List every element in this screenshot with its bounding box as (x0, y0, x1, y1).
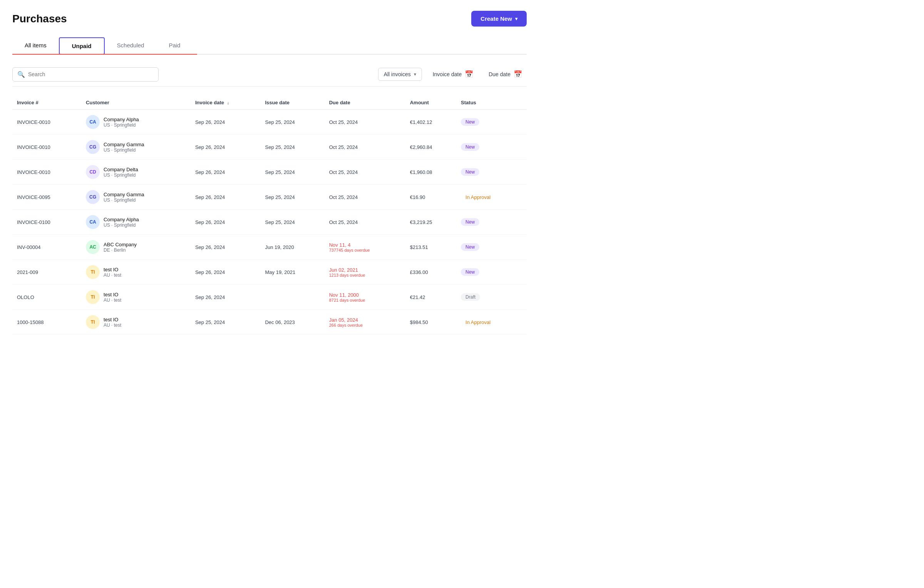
cell-issue-date: Jun 19, 2020 (260, 235, 324, 260)
cell-status: New (456, 135, 527, 160)
cell-issue-date: May 19, 2021 (260, 260, 324, 285)
customer-sub: US · Springfield (104, 222, 139, 228)
customer-name: test IO (104, 267, 121, 272)
cell-invoice-num: INVOICE-0010 (12, 160, 81, 185)
status-badge: New (461, 168, 479, 176)
cell-amount: €21.42 (405, 285, 456, 310)
customer-name: Company Gamma (104, 142, 144, 147)
tab-scheduled[interactable]: Scheduled (105, 37, 157, 54)
due-date-overdue: Jun 02, 2021 (329, 267, 401, 273)
tab-underline (12, 54, 197, 55)
status-badge: New (461, 218, 479, 226)
customer-name: test IO (104, 317, 121, 322)
table-row[interactable]: 2021-009 TI test IO AU · test Sep 26, 20… (12, 260, 527, 285)
calendar-icon: 📅 (514, 70, 522, 79)
customer-sub: AU · test (104, 297, 121, 303)
table-row[interactable]: INVOICE-0100 CA Company Alpha US · Sprin… (12, 210, 527, 235)
table-row[interactable]: INV-00004 AC ABC Company DE · Berlin Sep… (12, 235, 527, 260)
customer-name: Company Alpha (104, 117, 139, 122)
col-issue-date: Issue date (260, 96, 324, 110)
create-new-button[interactable]: Create New ▾ (471, 11, 527, 27)
cell-invoice-date: Sep 26, 2024 (191, 285, 261, 310)
cell-status: New (456, 160, 527, 185)
status-badge: New (461, 268, 479, 276)
cell-customer: CA Company Alpha US · Springfield (81, 110, 191, 135)
cell-status: Draft (456, 285, 527, 310)
cell-invoice-date: Sep 26, 2024 (191, 210, 261, 235)
col-invoice-date[interactable]: Invoice date ↓ (191, 96, 261, 110)
tab-unpaid[interactable]: Unpaid (59, 37, 105, 55)
cell-due-date: Nov 11, 2000 8721 days overdue (325, 285, 405, 310)
cell-due-date: Nov 11, 4 737745 days overdue (325, 235, 405, 260)
status-badge: New (461, 243, 479, 251)
cell-invoice-date: Sep 26, 2024 (191, 260, 261, 285)
search-icon: 🔍 (17, 71, 25, 78)
table-row[interactable]: INVOICE-0095 CG Company Gamma US · Sprin… (12, 185, 527, 210)
customer-sub: US · Springfield (104, 197, 144, 203)
cell-invoice-date: Sep 26, 2024 (191, 110, 261, 135)
cell-customer: CD Company Delta US · Springfield (81, 160, 191, 185)
calendar-icon: 📅 (465, 70, 473, 79)
cell-amount: €1,960.08 (405, 160, 456, 185)
status-badge: In Approval (461, 318, 495, 326)
cell-amount: €1,402.12 (405, 110, 456, 135)
overdue-label: 1213 days overdue (329, 273, 401, 277)
invoices-table: Invoice # Customer Invoice date ↓ Issue … (12, 96, 527, 335)
table-row[interactable]: 1000-15088 TI test IO AU · test Sep 25, … (12, 310, 527, 335)
tab-paid[interactable]: Paid (156, 37, 192, 54)
cell-issue-date (260, 285, 324, 310)
cell-amount: $984.50 (405, 310, 456, 335)
cell-issue-date: Dec 06, 2023 (260, 310, 324, 335)
cell-issue-date: Sep 25, 2024 (260, 110, 324, 135)
table-row[interactable]: INVOICE-0010 CD Company Delta US · Sprin… (12, 160, 527, 185)
sort-arrow-icon: ↓ (227, 100, 229, 105)
cell-invoice-num: OLOLO (12, 285, 81, 310)
cell-amount: €2,960.84 (405, 135, 456, 160)
customer-name: Company Gamma (104, 192, 144, 197)
avatar: CA (86, 215, 100, 229)
filters-bar: 🔍 All invoices ▾ Invoice date 📅 Due date… (12, 62, 527, 87)
customer-name: ABC Company (104, 242, 137, 247)
cell-due-date: Oct 25, 2024 (325, 160, 405, 185)
table-row[interactable]: INVOICE-0010 CA Company Alpha US · Sprin… (12, 110, 527, 135)
customer-sub: US · Springfield (104, 147, 144, 153)
cell-issue-date: Sep 25, 2024 (260, 185, 324, 210)
cell-due-date: Oct 25, 2024 (325, 185, 405, 210)
cell-customer: CG Company Gamma US · Springfield (81, 135, 191, 160)
table-row[interactable]: INVOICE-0010 CG Company Gamma US · Sprin… (12, 135, 527, 160)
avatar: TI (86, 290, 100, 304)
search-box[interactable]: 🔍 (12, 67, 159, 82)
cell-status: In Approval (456, 185, 527, 210)
table-row[interactable]: OLOLO TI test IO AU · test Sep 26, 2024N… (12, 285, 527, 310)
due-date-filter[interactable]: Due date 📅 (484, 67, 527, 82)
cell-amount: £336.00 (405, 260, 456, 285)
tab-all-items[interactable]: All items (12, 37, 59, 54)
cell-status: In Approval (456, 310, 527, 335)
status-badge: New (461, 143, 479, 151)
cell-status: New (456, 235, 527, 260)
col-due-date: Due date (325, 96, 405, 110)
cell-invoice-date: Sep 25, 2024 (191, 310, 261, 335)
cell-invoice-num: INVOICE-0010 (12, 110, 81, 135)
cell-issue-date: Sep 25, 2024 (260, 135, 324, 160)
cell-due-date: Oct 25, 2024 (325, 210, 405, 235)
table-header-row: Invoice # Customer Invoice date ↓ Issue … (12, 96, 527, 110)
invoice-date-filter[interactable]: Invoice date 📅 (428, 67, 478, 82)
cell-customer: CG Company Gamma US · Springfield (81, 185, 191, 210)
chevron-down-icon: ▾ (414, 72, 416, 77)
customer-sub: AU · test (104, 272, 121, 278)
cell-amount: $213.51 (405, 235, 456, 260)
cell-invoice-date: Sep 26, 2024 (191, 160, 261, 185)
cell-customer: CA Company Alpha US · Springfield (81, 210, 191, 235)
cell-due-date: Oct 25, 2024 (325, 110, 405, 135)
customer-sub: DE · Berlin (104, 247, 137, 253)
search-input[interactable] (28, 71, 154, 77)
cell-customer: TI test IO AU · test (81, 260, 191, 285)
status-badge: New (461, 118, 479, 126)
cell-invoice-date: Sep 26, 2024 (191, 185, 261, 210)
page-title: Purchases (12, 13, 67, 25)
invoice-type-dropdown[interactable]: All invoices ▾ (378, 68, 422, 81)
cell-invoice-date: Sep 26, 2024 (191, 135, 261, 160)
col-customer: Customer (81, 96, 191, 110)
customer-sub: US · Springfield (104, 172, 138, 178)
